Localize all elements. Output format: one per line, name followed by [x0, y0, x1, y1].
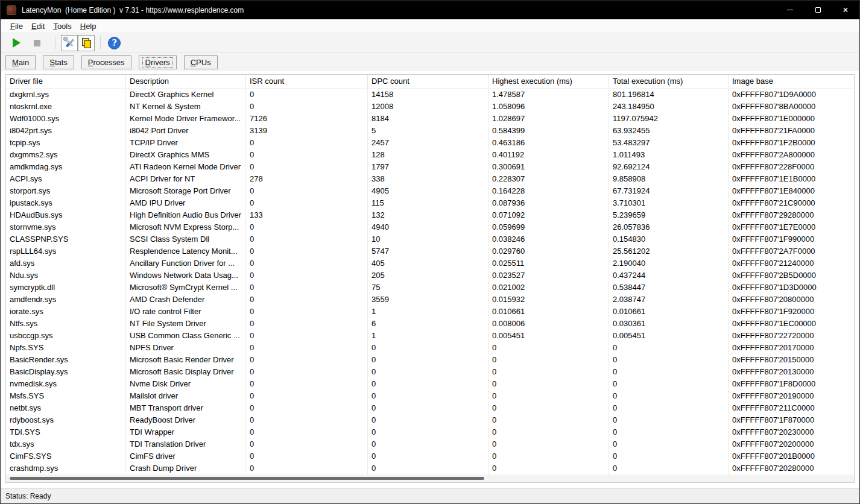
tab-stats[interactable]: Stats — [43, 55, 74, 69]
cell-image-base: 0xFFFFF807'1E1B0000 — [729, 173, 854, 185]
cell-dpc-count: 0 — [368, 354, 488, 366]
cell-dpc-count: 132 — [368, 209, 488, 221]
column-header-isr-count[interactable]: ISR count — [246, 75, 368, 88]
cell-driver-file: Msfs.SYS — [6, 390, 126, 402]
table-row[interactable]: Wdf01000.sysKernel Mode Driver Framewor.… — [6, 113, 854, 125]
table-row[interactable]: Msfs.SYSMailslot driver00000xFFFFF807'20… — [6, 390, 854, 402]
drivers-table: Driver fileDescriptionISR countDPC count… — [5, 74, 855, 483]
table-row[interactable]: crashdmp.sysCrash Dump Driver00000xFFFFF… — [6, 462, 854, 474]
scrollbar-thumb[interactable] — [10, 477, 484, 480]
menu-file[interactable]: File — [6, 20, 27, 32]
cell-image-base: 0xFFFFF807'20280000 — [729, 462, 854, 474]
cell-image-base: 0xFFFFF807'2A800000 — [729, 149, 854, 161]
help-button[interactable]: ? — [106, 35, 122, 51]
cell-total-execution: 0 — [609, 378, 729, 390]
menu-tools[interactable]: Tools — [49, 20, 75, 32]
cell-image-base: 0xFFFFF807'21C90000 — [729, 197, 854, 209]
tab-processes[interactable]: Processes — [81, 55, 131, 69]
column-header-image-base[interactable]: Image base — [729, 75, 854, 88]
table-row[interactable]: tdx.sysTDI Translation Driver00000xFFFFF… — [6, 438, 854, 450]
table-row[interactable]: Ntfs.sysNT File System Driver060.0080060… — [6, 318, 854, 330]
table-row[interactable]: usbccgp.sysUSB Common Class Generic ...0… — [6, 330, 854, 342]
column-header-highest-execution[interactable]: Highest execution (ms) — [488, 75, 609, 88]
cell-highest-execution: 0.025511 — [488, 257, 609, 269]
cell-description: Microsoft Storage Port Driver — [126, 185, 246, 197]
cell-total-execution: 3.710301 — [609, 197, 729, 209]
cell-description: Kernel Mode Driver Framewor... — [126, 113, 246, 125]
column-header-dpc-count[interactable]: DPC count — [368, 75, 488, 88]
table-row[interactable]: tcpip.sysTCP/IP Driver024570.46318653.48… — [6, 137, 854, 149]
cell-total-execution: 0.154830 — [609, 233, 729, 245]
table-row[interactable]: Ndu.sysWindows Network Data Usag...02050… — [6, 269, 854, 282]
table-row[interactable]: rspLLL64.sysResplendence Latency Monit..… — [6, 245, 854, 257]
cell-image-base: 0xFFFFF807'20150000 — [729, 354, 854, 366]
minimize-button[interactable] — [776, 1, 804, 19]
cell-isr-count: 3139 — [246, 125, 368, 137]
table-row[interactable]: TDI.SYSTDI Wrapper00000xFFFFF807'2023000… — [6, 426, 854, 438]
table-row[interactable]: amdkmdag.sysATI Radeon Kernel Mode Drive… — [6, 161, 854, 173]
tab-main[interactable]: Main — [5, 55, 36, 69]
cell-highest-execution: 0.008006 — [488, 318, 609, 330]
cell-total-execution: 0 — [609, 414, 729, 426]
cell-image-base: 0xFFFFF807'2A7F0000 — [729, 245, 854, 257]
table-row[interactable]: afd.sysAncillary Function Driver for ...… — [6, 257, 854, 269]
horizontal-scrollbar[interactable] — [6, 474, 854, 482]
cell-highest-execution: 0 — [488, 342, 609, 354]
start-monitor-button[interactable] — [8, 35, 25, 51]
table-row[interactable]: CimFS.SYSCimFS driver00000xFFFFF807'201B… — [6, 450, 854, 462]
cell-image-base: 0xFFFFF807'20800000 — [729, 294, 854, 306]
table-row[interactable]: ipustack.sysAMD IPU Driver01150.0879363.… — [6, 197, 854, 209]
cell-driver-file: iorate.sys — [6, 306, 126, 318]
cell-highest-execution: 0.228307 — [488, 173, 609, 185]
table-row[interactable]: ntoskrnl.exeNT Kernel & System0120081.05… — [6, 101, 854, 113]
tab-cpus[interactable]: CPUs — [184, 55, 218, 69]
cell-highest-execution: 0.021002 — [488, 282, 609, 294]
table-row[interactable]: amdfendr.sysAMD Crash Defender035590.015… — [6, 294, 854, 306]
column-header-description[interactable]: Description — [126, 75, 246, 88]
cell-isr-count: 0 — [246, 402, 368, 414]
cell-description: NT Kernel & System — [126, 101, 246, 113]
toolbar-separator — [100, 36, 101, 49]
table-row[interactable]: nvmedisk.sysNvme Disk Driver00000xFFFFF8… — [6, 378, 854, 390]
cell-driver-file: dxgmms2.sys — [6, 149, 126, 161]
table-row[interactable]: symcryptk.dllMicrosoft® SymCrypt Kernel … — [6, 282, 854, 294]
cell-total-execution: 1.011493 — [609, 149, 729, 161]
maximize-button[interactable] — [804, 1, 832, 19]
table-row[interactable]: iorate.sysI/O rate control Filter010.010… — [6, 306, 854, 318]
cell-description: NPFS Driver — [126, 342, 246, 354]
table-row[interactable]: Npfs.SYSNPFS Driver00000xFFFFF807'201700… — [6, 342, 854, 354]
table-row[interactable]: BasicDisplay.sysMicrosoft Basic Display … — [6, 366, 854, 378]
cell-image-base: 0xFFFFF807'228F0000 — [729, 161, 854, 173]
cell-driver-file: BasicDisplay.sys — [6, 366, 126, 378]
column-header-driver-file[interactable]: Driver file — [6, 75, 126, 88]
table-row[interactable]: i8042prt.sysi8042 Port Driver313950.5843… — [6, 125, 854, 137]
table-row[interactable]: netbt.sysMBT Transport driver00000xFFFFF… — [6, 402, 854, 414]
menu-edit[interactable]: Edit — [27, 20, 49, 32]
cell-highest-execution: 0.071092 — [488, 209, 609, 221]
cell-description: MBT Transport driver — [126, 402, 246, 414]
cell-isr-count: 0 — [246, 233, 368, 245]
column-header-total-execution[interactable]: Total execution (ms) — [609, 75, 729, 88]
cell-isr-count: 0 — [246, 390, 368, 402]
cell-total-execution: 92.692124 — [609, 161, 729, 173]
table-row[interactable]: dxgkrnl.sysDirectX Graphics Kernel014158… — [6, 89, 854, 101]
table-row[interactable]: HDAudBus.sysHigh Definition Audio Bus Dr… — [6, 209, 854, 221]
report-button[interactable] — [78, 35, 95, 51]
stop-monitor-button[interactable] — [29, 35, 45, 51]
menu-help[interactable]: Help — [76, 20, 101, 32]
table-row[interactable]: storport.sysMicrosoft Storage Port Drive… — [6, 185, 854, 197]
cell-total-execution: 5.239659 — [609, 209, 729, 221]
table-row[interactable]: dxgmms2.sysDirectX Graphics MMS01280.401… — [6, 149, 854, 161]
options-button[interactable] — [61, 35, 78, 51]
table-row[interactable]: ACPI.sysACPI Driver for NT2783380.228307… — [6, 173, 854, 185]
table-row[interactable]: rdyboost.sysReadyBoost Driver00000xFFFFF… — [6, 414, 854, 426]
cell-isr-count: 0 — [246, 366, 368, 378]
table-row[interactable]: stornvme.sysMicrosoft NVM Express Storp.… — [6, 221, 854, 233]
tab-drivers[interactable]: Drivers — [139, 55, 177, 69]
table-row[interactable]: BasicRender.sysMicrosoft Basic Render Dr… — [6, 354, 854, 366]
pages-icon — [80, 37, 93, 49]
cell-image-base: 0xFFFFF807'20230000 — [729, 426, 854, 438]
cell-dpc-count: 2457 — [368, 137, 488, 149]
close-button[interactable]: × — [832, 1, 859, 19]
table-row[interactable]: CLASSPNP.SYSSCSI Class System Dll0100.03… — [6, 233, 854, 245]
